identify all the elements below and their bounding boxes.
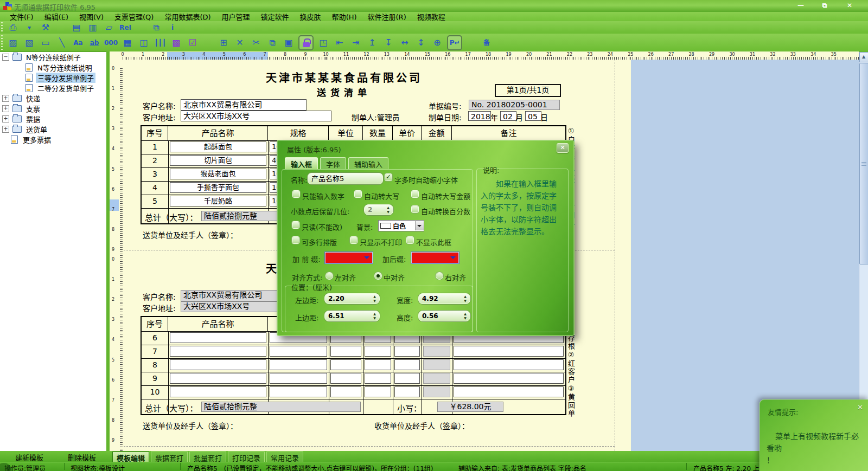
item-cell-field[interactable] [270,386,327,397]
height-spinner[interactable]: 0.56 [418,311,470,321]
item-cell-field[interactable]: 千层奶酪 [170,196,266,207]
char-boxes-tool-button[interactable]: 000 [104,37,118,49]
item-cell-field[interactable] [170,386,266,397]
item-cell-field[interactable] [270,373,327,384]
item-cell-field[interactable] [170,332,266,343]
suffix-select[interactable] [411,252,459,263]
bg-color-select[interactable]: 白色 [378,220,424,231]
tree-item-label[interactable]: 票据 [24,114,42,124]
tree-item-0[interactable]: −N等分连续纸例子 [0,52,106,62]
decimal-spinner[interactable]: 2 [364,204,393,215]
item-cell-field[interactable] [365,386,391,397]
vertical-scrollbar[interactable] [859,52,868,451]
customer-addr-field[interactable]: 大兴区XX市场XX号 [181,111,331,121]
tree-item-label[interactable]: N等分连续纸说明 [36,62,94,73]
item-cell-field[interactable] [330,346,361,357]
tree-item-2[interactable]: 三等分发货单例子 [0,73,106,83]
tree-item-label[interactable]: 支票 [24,104,42,114]
dialog-tab-1[interactable]: 字体 [320,157,346,169]
align-left-radio[interactable] [326,273,333,279]
multiline-checkbox[interactable] [292,237,299,243]
text-tool-button[interactable]: Aa [72,37,85,49]
insert-image-button[interactable]: ▨ [7,37,20,49]
item-cell-field[interactable] [270,346,327,357]
menu-item-6[interactable]: 锁定软件 [256,11,295,22]
delete-button[interactable]: ✕ [233,37,246,49]
menu-item-7[interactable]: 换皮肤 [295,11,327,22]
customer-name-field[interactable]: 北京市XX贸易有限公司 [181,99,307,111]
dropdown-arrow-icon[interactable] [450,256,456,262]
dialog-tab-0[interactable]: 输入框 [285,157,318,169]
print-button[interactable]: ⎙ [7,22,20,34]
percent-checkbox[interactable] [412,206,418,212]
auto-uppercase-checkbox[interactable] [355,191,361,197]
item-cell-field[interactable] [170,346,266,357]
insert-picture-button[interactable]: ▧ [23,37,36,49]
delete-template-button[interactable]: 删除模板 [68,452,96,462]
month-field[interactable]: 02 [500,111,516,121]
prefix-select[interactable] [325,252,373,263]
qrcode-tool-button[interactable]: ▩ [170,37,183,49]
day-field[interactable]: 05 [525,111,541,121]
paste-button[interactable]: ▣ [282,37,295,49]
double-grid-tool-button[interactable]: ◫ [137,37,150,49]
item-cell-field[interactable]: 起酥面包 [170,141,266,152]
menu-item-3[interactable]: 支票管理(Q) [109,11,159,22]
same-height-button[interactable]: ↕ [414,37,427,49]
tree-item-3[interactable]: 二等分发货单例子 [0,83,106,93]
note-button[interactable]: 备 [480,37,493,49]
spinner-arrows-icon[interactable] [372,294,377,303]
tree-item-5[interactable]: +支票 [0,104,106,114]
name-input[interactable]: 产品名称5 [308,173,383,184]
menu-item-0[interactable]: 文件(F) [4,11,39,22]
spinner-arrows-icon[interactable] [372,312,377,320]
tree-item-label[interactable]: 二等分发货单例子 [36,83,95,93]
menu-item-5[interactable]: 用户管理 [216,11,256,22]
dialog-tab-2[interactable]: 辅助输入 [348,157,388,169]
amount-cell-field[interactable] [423,346,450,357]
dropdown-arrow-icon[interactable] [415,221,424,230]
tree-expand-minus-icon[interactable]: − [2,54,9,61]
checkbox-tool-button[interactable]: ☑ [186,37,199,49]
tree-item-8[interactable]: 更多票据 [0,134,106,145]
tree-expand-plus-icon[interactable]: + [2,105,9,112]
item-cell-field[interactable] [454,359,564,370]
small-amount-field[interactable]: ￥628.00元 [437,402,503,412]
amount-grid-tool-button[interactable]: ▦ [121,37,134,49]
item-cell-field[interactable] [454,373,564,384]
align-right-button[interactable]: ⇥ [349,37,362,49]
close-button[interactable]: ✕ [842,2,857,10]
copy-button[interactable]: ⧉ [266,37,279,49]
noprint-checkbox[interactable] [350,237,357,243]
item-cell-field[interactable]: 猴菇老面包 [170,169,266,179]
notification-close-button[interactable]: ✕ [857,403,863,411]
same-size-button[interactable]: ⊕ [431,37,444,49]
item-cell-field[interactable] [170,373,266,384]
item-cell-field[interactable] [394,346,420,357]
menu-item-8[interactable]: 帮助(H) [327,11,362,22]
open-template-button[interactable]: ▱ [103,22,116,34]
item-cell-field[interactable] [394,373,420,384]
item-cell-field[interactable] [365,359,391,370]
info-button[interactable]: i [166,22,179,34]
tree-item-label[interactable]: 更多票据 [21,134,53,145]
new-template-button[interactable]: 建新模板 [15,452,43,462]
tree-expand-plus-icon[interactable]: + [2,126,9,133]
table-button[interactable]: ⊞ [217,37,230,49]
cut-button[interactable]: ✂ [250,37,263,49]
menu-item-4[interactable]: 常用数据表(D) [159,11,216,22]
dropdown-arrow-icon[interactable] [364,256,369,262]
design-tools-button[interactable]: ⚒ [39,22,52,34]
amount-cell-field[interactable] [423,373,450,384]
tree-item-label[interactable]: 三等分发货单例子 [36,73,95,83]
spinner-arrows-icon[interactable] [463,312,468,320]
year-field[interactable]: 2018 [468,111,491,121]
tree-item-7[interactable]: +送货单 [0,124,106,134]
align-center-radio[interactable] [375,273,381,279]
dialog-close-button[interactable]: ✕ [557,143,569,153]
item-cell-field[interactable]: 切片面包 [170,155,266,166]
item-cell-field[interactable] [394,359,420,370]
tree-expand-plus-icon[interactable]: + [2,115,9,122]
menu-item-1[interactable]: 编辑(E) [39,11,74,22]
tree-item-4[interactable]: +快递 [0,93,106,104]
